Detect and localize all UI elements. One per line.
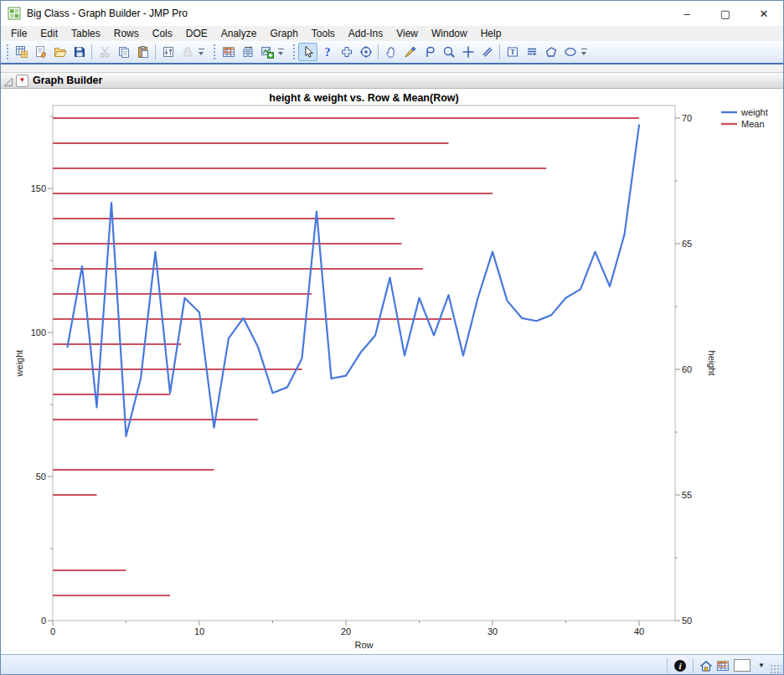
maximize-button[interactable]: ▢ bbox=[706, 1, 745, 26]
selection-tool-button[interactable] bbox=[337, 43, 356, 61]
data-table-button[interactable] bbox=[219, 43, 238, 61]
toolbar-overflow-icon[interactable] bbox=[277, 46, 286, 59]
oval-tool-button[interactable] bbox=[560, 43, 580, 61]
lock-button[interactable] bbox=[178, 43, 197, 61]
close-button[interactable]: ✕ bbox=[745, 1, 783, 26]
menu-tables[interactable]: Tables bbox=[64, 27, 107, 40]
column-info-button[interactable] bbox=[238, 43, 257, 61]
data-table-button[interactable] bbox=[714, 658, 731, 673]
info-button[interactable]: i bbox=[672, 658, 689, 673]
annotate-tool-icon: T bbox=[506, 45, 519, 59]
report-title: Graph Builder bbox=[33, 75, 102, 86]
menu-analyze[interactable]: Analyze bbox=[214, 27, 264, 40]
statusbar-dropdown-icon[interactable]: ▼ bbox=[753, 662, 770, 669]
right-axis-tick-label: 55 bbox=[682, 490, 692, 500]
brush-tool-button[interactable] bbox=[400, 43, 420, 61]
eraser-tool-button[interactable] bbox=[477, 43, 497, 61]
lock-icon bbox=[181, 45, 194, 59]
toolbar-grip[interactable] bbox=[5, 44, 9, 59]
menu-tools[interactable]: Tools bbox=[305, 27, 342, 40]
menu-rows[interactable]: Rows bbox=[107, 27, 146, 40]
toolbar-overflow-icon[interactable] bbox=[580, 46, 589, 59]
help-tool-button[interactable]: ? bbox=[317, 43, 337, 61]
title-bar: Big Class - Graph Builder - JMP Pro – ▢ … bbox=[1, 1, 783, 26]
right-axis-tick-label: 70 bbox=[682, 113, 692, 123]
plot-frame[interactable] bbox=[53, 106, 675, 621]
toolbar-report-gap bbox=[1, 64, 783, 72]
copy-icon bbox=[117, 45, 131, 59]
magnifier-tool-button[interactable] bbox=[439, 43, 458, 61]
resize-grip[interactable] bbox=[770, 664, 781, 675]
collapse-triangle-icon[interactable] bbox=[3, 75, 13, 85]
graph-builder-chart[interactable]: height & weight vs. Row & Mean(Row)01020… bbox=[1, 89, 784, 654]
left-axis-label: weight bbox=[14, 350, 24, 378]
chart-title: height & weight vs. Row & Mean(Row) bbox=[269, 92, 458, 104]
toolbar-grip[interactable] bbox=[212, 44, 216, 59]
oval-tool-icon bbox=[564, 45, 577, 59]
grabber-tool-button[interactable] bbox=[381, 43, 400, 61]
arrow-tool-button[interactable] bbox=[298, 43, 317, 61]
toolbar-grip[interactable] bbox=[291, 44, 296, 59]
home-icon bbox=[699, 659, 713, 672]
brush-tool-icon bbox=[404, 45, 417, 59]
add-graph-icon bbox=[260, 45, 274, 59]
left-axis-tick-label: 150 bbox=[31, 183, 46, 193]
annotate-tool-button[interactable]: T bbox=[503, 43, 522, 61]
menu-file[interactable]: File bbox=[4, 27, 34, 40]
open-button[interactable] bbox=[50, 43, 70, 61]
copy-button[interactable] bbox=[114, 43, 133, 61]
lasso-tool-icon bbox=[423, 45, 436, 59]
menu-cols[interactable]: Cols bbox=[146, 27, 179, 40]
new-data-table-button[interactable] bbox=[12, 43, 31, 61]
window-title: Big Class - Graph Builder - JMP Pro bbox=[27, 8, 668, 19]
open-icon bbox=[54, 45, 67, 59]
paste-icon bbox=[137, 45, 150, 59]
crosshairs-tool-button[interactable] bbox=[458, 43, 477, 61]
polygon-tool-button[interactable] bbox=[541, 43, 560, 61]
eraser-tool-icon bbox=[481, 45, 494, 59]
right-axis-tick-label: 50 bbox=[682, 616, 692, 626]
scroller-tool-button[interactable] bbox=[356, 43, 375, 61]
menu-window[interactable]: Window bbox=[425, 27, 474, 40]
x-axis-tick-label: 0 bbox=[50, 626, 55, 636]
new-journal-icon bbox=[34, 45, 48, 59]
home-button[interactable] bbox=[698, 658, 714, 673]
toolbar-overflow-icon[interactable] bbox=[198, 46, 206, 59]
help-tool-icon: ? bbox=[321, 45, 334, 59]
paste-button[interactable] bbox=[133, 43, 152, 61]
left-axis-tick-label: 0 bbox=[41, 616, 46, 626]
add-graph-button[interactable] bbox=[257, 43, 276, 61]
x-axis-label: Row bbox=[354, 640, 373, 650]
menu-doe[interactable]: DOE bbox=[179, 27, 214, 40]
minimize-button[interactable]: – bbox=[668, 1, 706, 26]
magnifier-tool-icon bbox=[442, 45, 456, 59]
menu-view[interactable]: View bbox=[389, 27, 425, 40]
menu-help[interactable]: Help bbox=[474, 27, 508, 40]
crosshairs-tool-icon bbox=[462, 45, 475, 59]
flow-tool-button[interactable] bbox=[522, 43, 541, 61]
new-journal-button[interactable] bbox=[31, 43, 50, 61]
x-axis-tick-label: 30 bbox=[487, 626, 498, 636]
menu-edit[interactable]: Edit bbox=[34, 27, 64, 40]
cut-button[interactable] bbox=[95, 43, 114, 61]
info-icon: i bbox=[673, 659, 687, 672]
toolbar-separator bbox=[499, 44, 500, 59]
menu-graph[interactable]: Graph bbox=[263, 27, 304, 40]
left-axis-tick-label: 50 bbox=[36, 471, 46, 482]
red-triangle-menu-icon[interactable]: ▼ bbox=[16, 75, 28, 87]
menu-addins[interactable]: Add-Ins bbox=[342, 27, 389, 40]
grabber-tool-icon bbox=[384, 45, 398, 59]
preferences-button[interactable] bbox=[158, 43, 178, 61]
save-icon bbox=[73, 45, 86, 59]
lasso-tool-button[interactable] bbox=[420, 43, 439, 61]
data-table-icon bbox=[222, 45, 235, 59]
data-table-icon bbox=[716, 659, 730, 672]
svg-text:T: T bbox=[509, 48, 514, 56]
x-axis-tick-label: 40 bbox=[634, 626, 644, 636]
color-box[interactable] bbox=[734, 659, 750, 672]
legend-label-weight: weight bbox=[740, 107, 768, 117]
save-button[interactable] bbox=[70, 43, 89, 61]
arrow-tool-icon bbox=[302, 45, 315, 59]
flow-tool-icon bbox=[525, 45, 539, 59]
x-axis-tick-label: 10 bbox=[194, 626, 204, 636]
